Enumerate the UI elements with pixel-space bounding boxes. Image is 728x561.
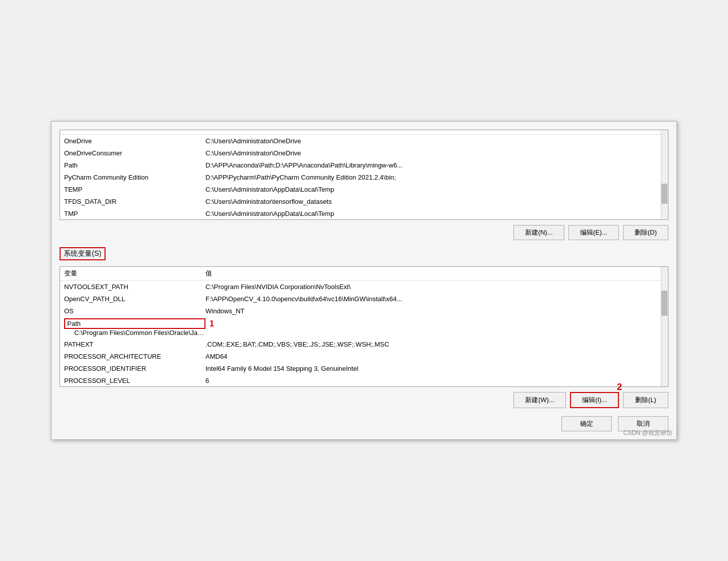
table-row[interactable]: PROCESSOR_IDENTIFIER Intel64 Family 6 Mo…	[60, 362, 668, 374]
system-vars-label: 系统变量(S)	[60, 247, 106, 260]
table-row[interactable]: OS Windows_NT	[60, 305, 668, 317]
dialog-bottom-buttons: 确定 取消	[60, 416, 668, 431]
sys-vars-button-row: 新建(W)... 编辑(I)... 2 删除(L)	[60, 392, 668, 408]
table-row[interactable]: TFDS_DATA_DIR C:\Users\Administrator\ten…	[60, 195, 668, 207]
user-new-button[interactable]: 新建(N)...	[513, 225, 564, 240]
sys-edit-button[interactable]: 编辑(I)...	[570, 392, 619, 408]
user-vars-body: OneDrive C:\Users\Administrator\OneDrive…	[60, 135, 668, 219]
user-edit-button[interactable]: 编辑(E)...	[568, 225, 619, 240]
sys-path-row[interactable]: Path 1 C:\Program Files\Common Files\Ora…	[60, 317, 668, 338]
sys-vars-header: 变量 值	[60, 267, 668, 280]
sys-vars-col-name: 变量	[64, 269, 205, 278]
table-row[interactable]: PATHEXT .COM;.EXE;.BAT;.CMD;.VBS;.VBE;.J…	[60, 338, 668, 350]
table-row[interactable]: OpenCV_PATH_DLL F:\APP\OpenCV_4.10.0\ope…	[60, 293, 668, 305]
table-row[interactable]: TEMP C:\Users\Administrator\AppData\Loca…	[60, 183, 668, 195]
watermark: CSDN @祝赏研坊	[623, 429, 672, 437]
user-delete-button[interactable]: 删除(D)	[623, 225, 668, 240]
scrollbar-thumb[interactable]	[661, 184, 667, 204]
table-row[interactable]: NVTOOLSEXT_PATH C:\Program Files\NVIDIA …	[60, 280, 668, 293]
sys-vars-col-value: 值	[205, 269, 664, 278]
environment-variables-dialog: OneDrive C:\Users\Administrator\OneDrive…	[51, 121, 677, 440]
sys-delete-button[interactable]: 删除(L)	[623, 392, 668, 408]
system-variables-section: 变量 值 NVTOOLSEXT_PATH C:\Program Files\NV…	[60, 266, 668, 387]
table-row[interactable]: TMP C:\Users\Administrator\AppData\Local…	[60, 207, 668, 219]
sys-scrollbar-track[interactable]	[661, 267, 668, 386]
ok-button[interactable]: 确定	[561, 416, 612, 431]
table-row[interactable]: PROCESSOR_LEVEL 6	[60, 374, 668, 386]
user-variables-section: OneDrive C:\Users\Administrator\OneDrive…	[60, 130, 668, 220]
user-vars-button-row: 新建(N)... 编辑(E)... 删除(D)	[60, 225, 668, 240]
sys-new-button[interactable]: 新建(W)...	[513, 392, 566, 408]
sys-vars-body: NVTOOLSEXT_PATH C:\Program Files\NVIDIA …	[60, 280, 668, 386]
table-row[interactable]: OneDriveConsumer C:\Users\Administrator\…	[60, 147, 668, 159]
scrollbar-track[interactable]	[661, 130, 668, 219]
sys-scrollbar-thumb[interactable]	[661, 291, 667, 316]
user-vars-header	[60, 130, 668, 135]
table-row[interactable]: PyCharm Community Edition D:\APP\Pycharm…	[60, 171, 668, 183]
table-row[interactable]: OneDrive C:\Users\Administrator\OneDrive	[60, 135, 668, 147]
table-row[interactable]: Path D:\APP\Anaconda\Path;D:\APP\Anacond…	[60, 159, 668, 171]
table-row[interactable]: PROCESSOR_ARCHITECTURE AMD64	[60, 350, 668, 362]
